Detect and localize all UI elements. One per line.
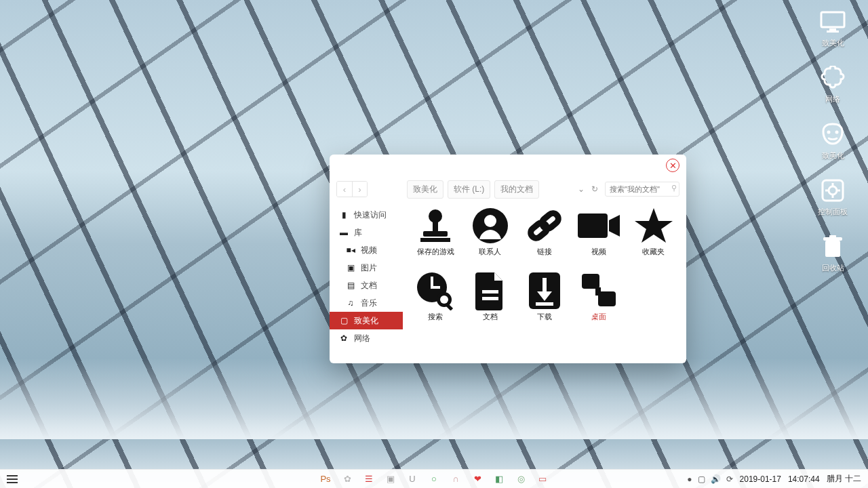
search-input[interactable] bbox=[605, 182, 679, 197]
sidebar-item-library[interactable]: ▬ 库 bbox=[330, 224, 403, 241]
desktop-icon-recycle-bin[interactable]: 回收站 bbox=[819, 235, 846, 273]
sidebar-item-label: 音乐 bbox=[361, 298, 377, 309]
taskbar-time[interactable]: 14:07:44 bbox=[788, 474, 820, 484]
sidebar-item-label: 网络 bbox=[354, 333, 370, 344]
svg-rect-21 bbox=[540, 211, 560, 230]
download-icon bbox=[528, 271, 561, 310]
star-icon bbox=[633, 206, 674, 245]
file-label: 文档 bbox=[483, 312, 498, 322]
gear2-icon[interactable]: ✿ bbox=[342, 474, 353, 485]
tray-sync-icon[interactable]: ⟳ bbox=[726, 474, 733, 484]
svg-rect-11 bbox=[825, 241, 840, 257]
taskbar-lunar[interactable]: 腊月 十二 bbox=[827, 473, 861, 485]
ps-icon[interactable]: Ps bbox=[320, 474, 331, 485]
clock-search-icon bbox=[416, 271, 455, 310]
search-wrap: ⚲ bbox=[605, 182, 679, 197]
square-icon[interactable]: ▣ bbox=[385, 474, 396, 485]
svg-rect-32 bbox=[482, 290, 498, 293]
svg-point-19 bbox=[484, 215, 496, 227]
svg-rect-15 bbox=[433, 220, 438, 231]
svg-marker-23 bbox=[609, 215, 620, 237]
close-icon: ✕ bbox=[669, 161, 677, 170]
monitor-icon bbox=[819, 9, 846, 34]
gear-icon bbox=[819, 178, 846, 203]
heart-icon[interactable]: ❤ bbox=[472, 474, 483, 485]
nav-back-button[interactable]: ‹ bbox=[337, 182, 352, 197]
sidebar-item-beautify[interactable]: ▢ 致美化 bbox=[330, 312, 403, 329]
svg-point-29 bbox=[440, 296, 448, 304]
breadcrumb-item[interactable]: 软件 (L:) bbox=[448, 180, 490, 199]
desktop-icon-network[interactable]: 网络 bbox=[819, 66, 846, 104]
taskbar-apps: Ps✿☰▣U○∩❤◧◎▭ bbox=[320, 474, 548, 485]
svg-rect-39 bbox=[598, 291, 616, 306]
desktop-icon-label: 回收站 bbox=[822, 263, 844, 273]
headset-icon[interactable]: ∩ bbox=[450, 474, 461, 485]
desktop-icon-control-panel[interactable]: 控制面板 bbox=[818, 178, 848, 217]
desktop-icon-beautify[interactable]: 致美化 bbox=[819, 9, 846, 48]
search-icon: ⚲ bbox=[671, 184, 677, 192]
sidebar-item-music[interactable]: ♫ 音乐 bbox=[330, 294, 403, 312]
breadcrumb-item[interactable]: 我的文档 bbox=[494, 180, 539, 199]
file-favorites[interactable]: 收藏夹 bbox=[628, 206, 679, 268]
u-icon[interactable]: U bbox=[407, 474, 418, 485]
file-video[interactable]: 视频 bbox=[573, 206, 625, 268]
nav-forward-button[interactable]: › bbox=[352, 182, 367, 197]
zz-icon[interactable]: ☰ bbox=[363, 474, 374, 485]
start-menu-button[interactable] bbox=[7, 475, 18, 483]
compass-icon[interactable]: ◎ bbox=[515, 474, 526, 485]
file-saved-games[interactable]: 保存的游戏 bbox=[410, 206, 461, 268]
breadcrumb-item[interactable]: 致美化 bbox=[407, 180, 443, 199]
file-search[interactable]: 搜索 bbox=[410, 271, 461, 333]
svg-rect-16 bbox=[423, 231, 448, 237]
sidebar-item-pictures[interactable]: ▣ 图片 bbox=[330, 259, 403, 277]
svg-rect-0 bbox=[821, 12, 844, 27]
chevron-down-icon[interactable]: ⌄ bbox=[578, 184, 585, 194]
network-icon: ✿ bbox=[339, 333, 349, 343]
file-grid: 保存的游戏 联系人 链接 视频 bbox=[403, 203, 686, 363]
window-close-button[interactable]: ✕ bbox=[666, 159, 679, 172]
sidebar-item-quick-access[interactable]: ▮ 快速访问 bbox=[330, 206, 403, 224]
tray-volume-icon[interactable]: 🔊 bbox=[711, 474, 721, 484]
svg-rect-36 bbox=[536, 302, 553, 306]
display-icon[interactable]: ▭ bbox=[537, 474, 548, 485]
sidebar-item-label: 视频 bbox=[361, 245, 377, 256]
file-label: 搜索 bbox=[428, 312, 443, 322]
svg-rect-37 bbox=[582, 274, 599, 289]
svg-rect-1 bbox=[829, 28, 836, 30]
nav-arrows: ‹ › bbox=[336, 181, 368, 197]
file-contacts[interactable]: 联系人 bbox=[464, 206, 515, 268]
contact-icon bbox=[471, 206, 509, 245]
file-label: 下载 bbox=[537, 312, 552, 322]
monitor-small-icon: ▢ bbox=[339, 316, 349, 325]
file-documents[interactable]: 文档 bbox=[464, 271, 515, 333]
file-downloads[interactable]: 下载 bbox=[519, 271, 570, 333]
file-label: 保存的游戏 bbox=[417, 247, 454, 257]
video-icon: ■◂ bbox=[346, 245, 355, 255]
sidebar-item-label: 快速访问 bbox=[354, 209, 387, 221]
desktop-icon-beautify-2[interactable]: 致美化 bbox=[819, 122, 846, 161]
sidebar-item-label: 库 bbox=[354, 227, 362, 239]
desktop-icon-label: 控制面板 bbox=[818, 207, 848, 217]
taskbar-date[interactable]: 2019-01-17 bbox=[740, 474, 781, 484]
file-label: 收藏夹 bbox=[642, 247, 665, 257]
tray-display-icon[interactable]: ▢ bbox=[698, 474, 705, 484]
desktop-icon-label: 网络 bbox=[825, 94, 840, 104]
file-links[interactable]: 链接 bbox=[519, 206, 570, 268]
mask-icon bbox=[819, 122, 846, 146]
svg-rect-13 bbox=[829, 235, 836, 238]
desktop-icons: 致美化 网络 致美化 控制面板 回收站 bbox=[808, 9, 857, 273]
tray-chat-icon[interactable]: ● bbox=[687, 474, 692, 484]
puzzle-icon bbox=[819, 66, 846, 90]
sidebar-item-documents[interactable]: ▤ 文档 bbox=[330, 277, 403, 294]
ring-icon[interactable]: ○ bbox=[429, 474, 439, 485]
system-tray: ● ▢ 🔊 ⟳ bbox=[687, 474, 732, 484]
refresh-icon[interactable]: ↻ bbox=[591, 184, 598, 194]
sidebar-item-network[interactable]: ✿ 网络 bbox=[330, 329, 403, 347]
library-icon: ▬ bbox=[339, 228, 349, 237]
sidebar-item-video[interactable]: ■◂ 视频 bbox=[330, 241, 403, 259]
file-desktop[interactable]: 桌面 bbox=[573, 271, 625, 333]
svg-point-4 bbox=[835, 131, 839, 134]
camera-icon[interactable]: ◧ bbox=[494, 474, 505, 485]
sidebar: ▮ 快速访问 ▬ 库 ■◂ 视频 ▣ 图片 ▤ 文档 ♫ 音乐 bbox=[330, 203, 403, 363]
file-label: 链接 bbox=[537, 247, 552, 257]
